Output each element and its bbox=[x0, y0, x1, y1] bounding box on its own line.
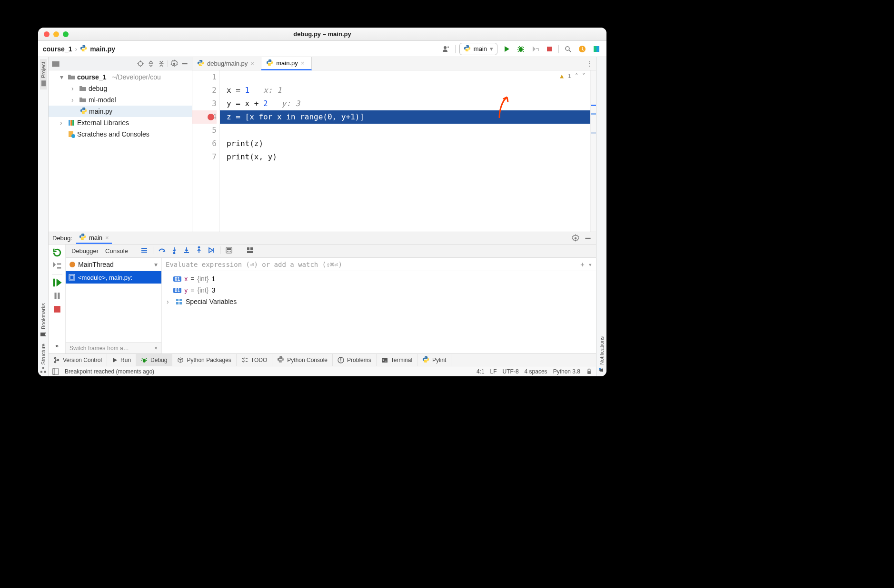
run-config-dropdown[interactable]: main ▾ bbox=[459, 43, 497, 55]
titlebar[interactable]: debug.py – main.py bbox=[38, 28, 606, 41]
prev-highlight-icon[interactable]: ˄ bbox=[575, 72, 578, 79]
status-interpreter[interactable]: Python 3.8 bbox=[553, 368, 580, 375]
expand-all-icon[interactable] bbox=[147, 59, 155, 68]
gear-icon[interactable] bbox=[571, 234, 580, 243]
debug-config-tab[interactable]: main × bbox=[76, 232, 112, 244]
special-variables-row[interactable]: › Special Variables bbox=[165, 296, 593, 307]
run-to-cursor-icon[interactable] bbox=[208, 246, 215, 255]
gutter[interactable]: 123 4 567 bbox=[192, 70, 220, 232]
next-highlight-icon[interactable]: ˅ bbox=[582, 72, 586, 79]
lock-icon[interactable] bbox=[586, 368, 592, 374]
tree-external-libs[interactable]: › External Libraries bbox=[49, 117, 192, 128]
variable-row[interactable]: 01 x = {int} 1 bbox=[165, 273, 593, 284]
hide-panel-icon[interactable] bbox=[180, 59, 189, 68]
tool-windows-icon[interactable] bbox=[52, 368, 59, 375]
step-into-icon[interactable] bbox=[170, 246, 178, 255]
gear-icon[interactable] bbox=[170, 59, 179, 68]
step-into-my-code-icon[interactable] bbox=[183, 246, 190, 255]
editor-tab-debug-main[interactable]: debug/main.py × bbox=[192, 57, 261, 70]
btool-run[interactable]: Run bbox=[107, 354, 136, 366]
chevron-right-icon[interactable]: › bbox=[71, 96, 77, 104]
tree-folder-debug[interactable]: › debug bbox=[49, 83, 192, 94]
code-area[interactable]: 123 4 567 ▲ 1 ˄ ˅ bbox=[192, 70, 596, 232]
chevron-down-icon[interactable]: ▾ bbox=[588, 261, 592, 268]
run-button[interactable] bbox=[501, 44, 512, 54]
btool-todo[interactable]: TODO bbox=[237, 354, 272, 366]
code-content[interactable]: ▲ 1 ˄ ˅ x = 1 x: 1 y = x + 2 y: 3 z = [x… bbox=[220, 70, 590, 232]
breadcrumb[interactable]: course_1 › main.py bbox=[43, 45, 115, 53]
rerun-button[interactable] bbox=[52, 247, 62, 258]
close-icon[interactable]: × bbox=[154, 345, 158, 352]
tree-scratches[interactable]: Scratches and Consoles bbox=[49, 128, 192, 140]
close-icon[interactable]: × bbox=[105, 234, 109, 241]
frame-row[interactable]: <module>, main.py: bbox=[66, 271, 161, 284]
stop-debug-button[interactable] bbox=[52, 304, 62, 314]
evaluate-input[interactable]: Evaluate expression (⏎) or add a watch (… bbox=[162, 258, 596, 271]
chevron-right-icon[interactable]: › bbox=[71, 85, 77, 92]
breakpoint-icon[interactable] bbox=[208, 114, 214, 120]
resume-button[interactable] bbox=[52, 277, 62, 288]
tree-file-main[interactable]: main.py bbox=[49, 106, 192, 117]
minimize-window-icon[interactable] bbox=[53, 31, 59, 37]
btool-problems[interactable]: Problems bbox=[333, 354, 377, 366]
ide-icon[interactable] bbox=[591, 44, 602, 54]
variable-row[interactable]: 01 y = {int} 3 bbox=[165, 284, 593, 296]
evaluate-icon[interactable] bbox=[225, 246, 233, 255]
breadcrumb-root[interactable]: course_1 bbox=[43, 45, 72, 53]
project-tool-button[interactable]: Project bbox=[40, 59, 47, 89]
tabs-more-icon[interactable]: ⋮ bbox=[583, 57, 596, 70]
pause-button[interactable] bbox=[52, 291, 62, 301]
sync-icon[interactable] bbox=[577, 44, 587, 54]
chevron-down-icon[interactable]: ▾ bbox=[60, 73, 66, 81]
breadcrumb-file[interactable]: main.py bbox=[90, 45, 115, 53]
collapse-all-icon[interactable] bbox=[157, 59, 166, 68]
project-dropdown-icon[interactable] bbox=[51, 59, 60, 68]
modify-run-button[interactable] bbox=[52, 261, 62, 271]
stop-button[interactable] bbox=[544, 44, 555, 54]
thread-selector[interactable]: MainThread ▾ bbox=[66, 258, 161, 271]
step-over-icon[interactable] bbox=[158, 246, 166, 255]
btool-terminal[interactable]: Terminal bbox=[377, 354, 417, 366]
tree-folder-ml-model[interactable]: › ml-model bbox=[49, 94, 192, 106]
more-controls-icon[interactable]: » bbox=[52, 340, 62, 351]
variables-list[interactable]: 01 x = {int} 1 01 y = bbox=[162, 271, 596, 353]
btool-python-packages[interactable]: Python Packages bbox=[172, 354, 236, 366]
status-caret-pos[interactable]: 4:1 bbox=[477, 368, 485, 375]
show-frames-icon[interactable] bbox=[140, 246, 148, 255]
inspection-widget[interactable]: ▲ 1 ˄ ˅ bbox=[560, 72, 586, 79]
frames-hint[interactable]: Switch frames from a… × bbox=[66, 342, 161, 353]
status-line-ending[interactable]: LF bbox=[490, 368, 497, 375]
btool-version-control[interactable]: Version Control bbox=[49, 354, 107, 366]
search-icon[interactable] bbox=[563, 44, 573, 54]
zoom-window-icon[interactable] bbox=[63, 31, 69, 37]
btool-python-console[interactable]: Python Console bbox=[272, 354, 333, 366]
close-window-icon[interactable] bbox=[44, 31, 50, 37]
close-icon[interactable]: × bbox=[301, 59, 307, 67]
btool-pylint[interactable]: Pylint bbox=[417, 354, 451, 366]
chevron-right-icon[interactable]: › bbox=[60, 119, 66, 127]
step-out-icon[interactable] bbox=[195, 246, 203, 255]
debugger-subtab[interactable]: Debugger bbox=[71, 247, 99, 255]
select-open-file-icon[interactable] bbox=[136, 59, 145, 68]
svg-point-22 bbox=[575, 237, 577, 239]
notifications-tool-button[interactable]: Notifications bbox=[598, 333, 605, 376]
close-icon[interactable]: × bbox=[250, 60, 256, 67]
user-icon[interactable] bbox=[441, 44, 451, 54]
layout-icon[interactable] bbox=[246, 246, 254, 255]
python-icon bbox=[422, 356, 429, 364]
tree-root[interactable]: ▾ course_1 ~/Developer/cou bbox=[49, 71, 192, 83]
hide-panel-icon[interactable] bbox=[584, 234, 592, 243]
bookmarks-tool-button[interactable]: Bookmarks bbox=[40, 300, 47, 341]
structure-tool-button[interactable]: Structure bbox=[40, 341, 47, 376]
run-with-coverage-button[interactable] bbox=[530, 44, 540, 54]
chevron-right-icon[interactable]: › bbox=[167, 298, 172, 305]
status-indent[interactable]: 4 spaces bbox=[525, 368, 547, 375]
console-subtab[interactable]: Console bbox=[105, 247, 128, 255]
project-tree[interactable]: ▾ course_1 ~/Developer/cou › debug › bbox=[49, 70, 192, 232]
btool-debug[interactable]: Debug bbox=[136, 354, 172, 366]
editor-tab-main[interactable]: main.py × bbox=[261, 57, 312, 70]
status-encoding[interactable]: UTF-8 bbox=[503, 368, 519, 375]
error-stripe[interactable] bbox=[590, 70, 596, 232]
add-watch-icon[interactable]: + bbox=[580, 261, 584, 268]
debug-button[interactable] bbox=[516, 44, 526, 54]
